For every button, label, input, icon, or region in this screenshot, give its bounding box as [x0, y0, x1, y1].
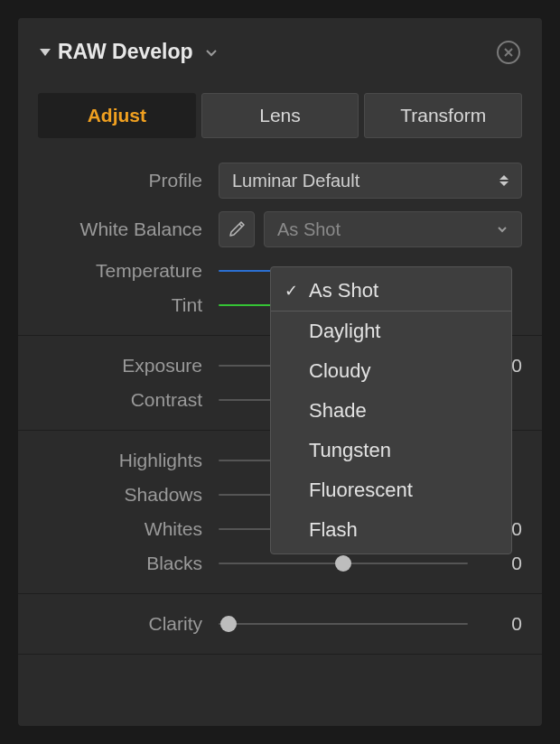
wb-option-tungsten[interactable]: Tungsten	[271, 431, 511, 470]
wb-option-cloudy[interactable]: Cloudy	[271, 351, 511, 391]
blacks-slider[interactable]	[219, 563, 468, 564]
tab-transform[interactable]: Transform	[364, 93, 522, 138]
white-balance-dropdown: ✓ As Shot Daylight Cloudy Shade Tungsten…	[270, 266, 512, 554]
profile-row: Profile Luminar Default	[18, 156, 542, 205]
shadows-label: Shadows	[38, 484, 219, 506]
white-balance-label: White Balance	[38, 219, 219, 240]
profile-label: Profile	[38, 170, 219, 191]
exposure-label: Exposure	[38, 355, 219, 377]
clarity-row: Clarity 0	[18, 607, 542, 641]
profile-select[interactable]: Luminar Default	[219, 163, 522, 199]
section-divider	[18, 654, 542, 655]
clarity-slider[interactable]	[219, 623, 468, 625]
temperature-label: Temperature	[38, 260, 219, 282]
wb-option-flash[interactable]: Flash	[271, 510, 511, 550]
wb-option-daylight[interactable]: Daylight	[271, 312, 511, 351]
panel-title-group[interactable]: RAW Develop	[40, 40, 219, 64]
white-balance-row: White Balance As Shot	[18, 205, 542, 254]
section-divider	[18, 593, 542, 594]
chevron-down-icon	[496, 223, 509, 236]
raw-develop-panel: RAW Develop Adjust Lens Transform Profil…	[18, 18, 542, 726]
chevron-down-icon	[204, 45, 219, 60]
clarity-value: 0	[477, 613, 522, 635]
eyedropper-icon	[228, 220, 246, 238]
tint-label: Tint	[38, 294, 219, 316]
close-button[interactable]	[497, 41, 520, 64]
wb-option-as-shot[interactable]: ✓ As Shot	[271, 271, 511, 311]
tab-lens[interactable]: Lens	[201, 93, 359, 138]
close-icon	[503, 47, 514, 58]
highlights-label: Highlights	[38, 450, 219, 471]
panel-title: RAW Develop	[58, 40, 193, 64]
tab-bar: Adjust Lens Transform	[18, 80, 542, 156]
whites-label: Whites	[38, 518, 219, 540]
blacks-label: Blacks	[38, 553, 219, 574]
profile-selected: Luminar Default	[232, 171, 359, 191]
white-balance-selected: As Shot	[277, 219, 341, 240]
contrast-label: Contrast	[38, 389, 219, 411]
eyedropper-button[interactable]	[219, 211, 255, 247]
tab-adjust[interactable]: Adjust	[38, 93, 196, 138]
clarity-label: Clarity	[38, 613, 219, 635]
wb-option-shade[interactable]: Shade	[271, 391, 511, 431]
panel-header: RAW Develop	[18, 27, 542, 80]
stepper-icon	[499, 175, 509, 186]
white-balance-select[interactable]: As Shot	[264, 211, 522, 247]
wb-option-fluorescent[interactable]: Fluorescent	[271, 470, 511, 510]
blacks-value: 0	[477, 553, 522, 574]
check-icon: ✓	[282, 281, 300, 301]
collapse-icon	[40, 49, 51, 56]
